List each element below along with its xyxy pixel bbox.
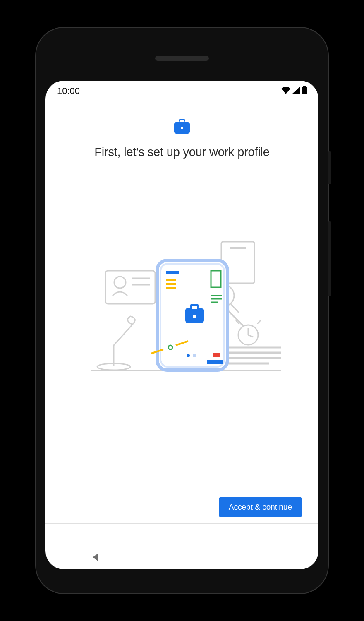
accept-continue-button[interactable]: Accept & continue <box>219 497 302 518</box>
main-content: First, let's set up your work profile <box>46 101 318 546</box>
android-nav-bar <box>46 546 318 569</box>
svg-rect-32 <box>166 279 176 281</box>
svg-rect-1 <box>302 87 307 94</box>
svg-rect-0 <box>303 86 306 87</box>
svg-point-11 <box>114 277 126 288</box>
page-title: First, let's set up your work profile <box>94 145 270 159</box>
svg-line-20 <box>257 320 261 324</box>
svg-point-42 <box>193 315 196 318</box>
back-icon[interactable] <box>91 552 100 564</box>
status-time: 10:00 <box>57 86 80 96</box>
footer-divider <box>46 523 318 524</box>
status-icons <box>281 86 307 96</box>
work-profile-illustration <box>74 238 290 387</box>
phone-speaker <box>155 56 209 61</box>
svg-rect-10 <box>105 271 155 304</box>
svg-line-18 <box>248 335 253 337</box>
screen: 10:00 <box>46 81 318 569</box>
svg-rect-33 <box>166 283 176 285</box>
svg-rect-41 <box>192 306 197 309</box>
svg-line-9 <box>114 325 132 345</box>
svg-rect-47 <box>213 353 220 357</box>
status-bar: 10:00 <box>46 81 318 101</box>
svg-rect-34 <box>166 287 176 289</box>
wifi-icon <box>281 86 290 96</box>
phone-side-button <box>328 221 331 296</box>
svg-rect-31 <box>166 271 179 274</box>
svg-point-45 <box>187 354 190 357</box>
svg-rect-48 <box>207 360 223 364</box>
phone-frame: 10:00 <box>35 27 329 594</box>
briefcase-icon <box>173 118 191 136</box>
svg-point-46 <box>193 354 196 357</box>
battery-icon <box>302 86 307 96</box>
svg-line-28 <box>231 304 239 313</box>
phone-side-button <box>328 151 331 184</box>
svg-point-5 <box>181 127 183 129</box>
signal-icon <box>292 86 300 96</box>
